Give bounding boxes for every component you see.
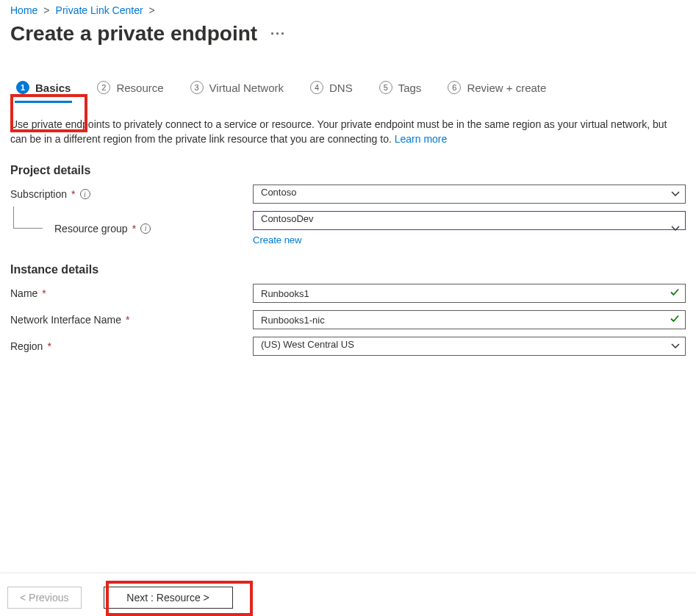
field-row-region: Region * (US) West Central US [10,337,686,356]
tab-tags[interactable]: 5 Tags [378,76,423,101]
subscription-value: Contoso [261,187,296,198]
chevron-right-icon: > [149,4,155,16]
tab-virtual-network[interactable]: 3 Virtual Network [189,76,285,101]
chevron-down-icon [671,342,680,351]
nic-name-label: Network Interface Name [10,314,121,326]
tab-review-create[interactable]: 6 Review + create [446,76,548,101]
previous-button: < Previous [7,587,82,609]
more-actions-icon[interactable]: ··· [270,26,286,42]
chevron-right-icon: > [43,4,49,16]
tree-connector-icon [13,207,43,229]
step-number-icon: 1 [16,81,29,94]
create-new-resource-group-link[interactable]: Create new [253,234,301,246]
tab-dns[interactable]: 4 DNS [309,76,354,101]
breadcrumb-private-link-center[interactable]: Private Link Center [56,4,143,16]
required-indicator: * [126,314,129,326]
breadcrumb-home[interactable]: Home [10,4,37,16]
subscription-select[interactable]: Contoso [253,185,686,204]
nic-name-input[interactable] [253,310,686,329]
tab-label: Virtual Network [209,82,284,94]
name-label: Name [10,287,37,299]
description-text: Use private endpoints to privately conne… [10,118,667,145]
name-input[interactable] [253,284,686,303]
tab-label: Review + create [467,82,546,94]
field-row-nic-name: Network Interface Name * [10,310,686,329]
chevron-down-icon [671,224,680,233]
wizard-tabs: 1 Basics 2 Resource 3 Virtual Network 4 … [10,76,686,101]
section-instance-details: Instance details [10,263,686,276]
page-title: Create a private endpoint ··· [10,22,686,46]
field-row-subscription: Subscription * i Contoso [10,185,686,204]
resource-group-select[interactable]: ContosoDev [253,211,686,230]
region-select[interactable]: (US) West Central US [253,337,686,356]
step-number-icon: 4 [310,81,323,94]
page-title-text: Create a private endpoint [10,22,257,46]
info-icon[interactable]: i [140,223,151,234]
breadcrumb: Home > Private Link Center > [10,4,686,16]
region-value: (US) West Central US [261,339,354,350]
required-indicator: * [47,340,51,352]
step-number-icon: 3 [190,81,204,94]
section-project-details: Project details [10,164,686,177]
step-number-icon: 6 [448,81,461,94]
tab-resource[interactable]: 2 Resource [96,76,165,101]
step-number-icon: 5 [379,81,392,94]
resource-group-value: ContosoDev [261,213,314,224]
wizard-footer: < Previous Next : Resource > [7,587,233,609]
step-number-icon: 2 [97,81,110,94]
learn-more-link[interactable]: Learn more [395,133,448,145]
required-indicator: * [42,287,46,299]
chevron-down-icon [671,190,680,198]
field-row-name: Name * [10,284,686,303]
resource-group-label: Resource group [54,223,128,234]
next-button[interactable]: Next : Resource > [104,587,233,609]
field-row-resource-group: Resource group * i ContosoDev Create new [10,211,686,246]
checkmark-icon [670,314,680,326]
tab-label: Resource [116,82,163,94]
region-label: Region [10,340,43,352]
tab-label: Basics [35,82,71,94]
subscription-label: Subscription [10,188,67,200]
info-icon[interactable]: i [80,189,90,199]
tab-label: DNS [329,82,353,94]
tab-label: Tags [398,82,422,94]
checkmark-icon [670,287,680,300]
required-indicator: * [132,223,136,234]
required-indicator: * [71,188,75,200]
tab-basics[interactable]: 1 Basics [15,76,72,101]
tab-description: Use private endpoints to privately conne… [10,118,686,146]
footer-divider [0,573,696,574]
